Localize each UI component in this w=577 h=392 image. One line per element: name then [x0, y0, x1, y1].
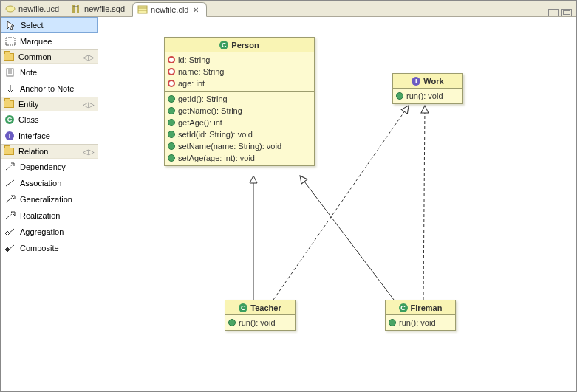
node-title: Work	[423, 77, 443, 86]
class-diagram-icon	[137, 5, 148, 14]
operations-compartment: getId(): String getName(): String getAge…	[165, 92, 314, 165]
svg-rect-4	[138, 6, 147, 13]
op: run(): void	[406, 92, 443, 100]
node-person[interactable]: CPerson id: String name: String age: int…	[164, 37, 315, 166]
association-icon	[5, 179, 16, 188]
toolitem-label: Anchor to Note	[20, 84, 74, 93]
toolitem-label: Realization	[20, 211, 60, 220]
generalization-icon	[5, 195, 16, 204]
op: setAge(age: int): void	[178, 154, 255, 162]
toolitem-label: Marquee	[20, 37, 52, 46]
toolitem-marquee[interactable]: Marquee	[1, 33, 98, 49]
toolitem-realization[interactable]: Realization	[1, 207, 98, 224]
toolitem-aggregation[interactable]: Aggregation	[1, 224, 98, 240]
op: run(): void	[239, 318, 276, 327]
op: getId(): String	[178, 94, 228, 103]
editor-tabs: newfile.ucd newfile.sqd newfile.cld ✕	[1, 1, 576, 17]
svg-line-14	[6, 180, 14, 186]
toolitem-dependency[interactable]: Dependency	[1, 159, 98, 175]
interface-icon: I	[5, 131, 14, 140]
toolitem-select[interactable]: Select	[1, 17, 98, 33]
node-title: Fireman	[411, 303, 443, 312]
composite-icon	[5, 244, 16, 252]
class-icon: C	[239, 303, 247, 312]
group-label: Common	[18, 52, 52, 61]
attr: name: String	[178, 67, 224, 76]
attributes-compartment: id: String name: String age: int	[165, 52, 314, 92]
toolitem-label: Generalization	[20, 195, 72, 204]
toolitem-label: Aggregation	[20, 227, 64, 236]
node-title: Teacher	[250, 303, 281, 312]
toolitem-interface[interactable]: I Interface	[1, 128, 98, 144]
toolitem-class[interactable]: C Class	[1, 111, 98, 128]
folder-icon	[4, 53, 14, 61]
svg-line-15	[6, 198, 12, 202]
class-icon: C	[5, 115, 14, 124]
node-title: Person	[231, 41, 259, 49]
svg-line-18	[9, 245, 14, 250]
svg-line-17	[9, 229, 14, 233]
svg-line-13	[6, 164, 13, 170]
aggregation-icon	[5, 227, 16, 236]
toolitem-label: Association	[20, 179, 61, 188]
op: setId(id: String): void	[178, 130, 253, 139]
dependency-icon	[5, 162, 16, 171]
tab-label: newfile.cld	[151, 5, 188, 14]
cursor-icon	[6, 21, 16, 30]
group-label: Entity	[18, 100, 39, 109]
sequence-icon	[71, 4, 81, 13]
node-fireman[interactable]: CFireman run(): void	[385, 300, 456, 331]
node-work[interactable]: IWork run(): void	[392, 73, 463, 104]
class-icon: C	[399, 303, 408, 312]
chevron-icon: ◁▷	[83, 148, 95, 156]
tab-cld[interactable]: newfile.cld ✕	[132, 2, 207, 17]
anchor-icon	[5, 84, 16, 93]
toolitem-label: Select	[21, 21, 44, 30]
chevron-icon: ◁▷	[83, 100, 95, 109]
svg-rect-7	[6, 38, 15, 45]
folder-icon	[4, 148, 14, 155]
group-common[interactable]: Common ◁▷	[1, 49, 98, 64]
toolitem-association[interactable]: Association	[1, 175, 98, 191]
toolitem-label: Interface	[18, 131, 50, 140]
toolitem-anchor[interactable]: Anchor to Note	[1, 80, 98, 97]
palette: Select Marquee Common ◁▷ Note Anchor to …	[1, 17, 98, 391]
toolitem-label: Note	[20, 68, 37, 77]
tab-ucd[interactable]: newfile.ucd	[1, 1, 66, 16]
chevron-icon: ◁▷	[83, 53, 95, 61]
op: getAge(): int	[178, 118, 222, 127]
tab-label: newfile.sqd	[84, 4, 125, 13]
group-label: Relation	[18, 147, 48, 156]
toolitem-label: Class	[18, 115, 39, 124]
node-teacher[interactable]: CTeacher run(): void	[225, 300, 296, 331]
svg-line-16	[6, 214, 12, 219]
marquee-icon	[5, 37, 16, 46]
tab-sqd[interactable]: newfile.sqd	[66, 1, 132, 16]
realization-icon	[5, 211, 16, 220]
usecase-icon	[5, 4, 16, 13]
close-icon[interactable]: ✕	[193, 6, 199, 14]
tab-label: newfile.ucd	[18, 4, 59, 13]
op: run(): void	[399, 318, 436, 327]
attr: id: String	[178, 55, 210, 64]
note-icon	[5, 68, 16, 77]
group-relation[interactable]: Relation ◁▷	[1, 144, 98, 159]
group-entity[interactable]: Entity ◁▷	[1, 97, 98, 111]
maximize-button[interactable]	[561, 9, 572, 16]
svg-point-0	[6, 6, 15, 12]
svg-line-20	[300, 176, 394, 300]
toolitem-label: Dependency	[20, 162, 66, 171]
class-icon: C	[219, 41, 228, 49]
minimize-button[interactable]	[548, 9, 559, 16]
folder-icon	[4, 100, 14, 108]
toolitem-label: Composite	[20, 244, 59, 252]
attr: age: int	[178, 79, 205, 88]
toolitem-generalization[interactable]: Generalization	[1, 191, 98, 207]
op: setName(name: String): void	[178, 142, 281, 151]
toolitem-composite[interactable]: Composite	[1, 240, 98, 256]
svg-line-22	[423, 106, 425, 300]
diagram-canvas[interactable]: CPerson id: String name: String age: int…	[98, 17, 576, 391]
interface-icon: I	[412, 77, 420, 86]
toolitem-note[interactable]: Note	[1, 64, 98, 80]
op: getName(): String	[178, 106, 242, 115]
